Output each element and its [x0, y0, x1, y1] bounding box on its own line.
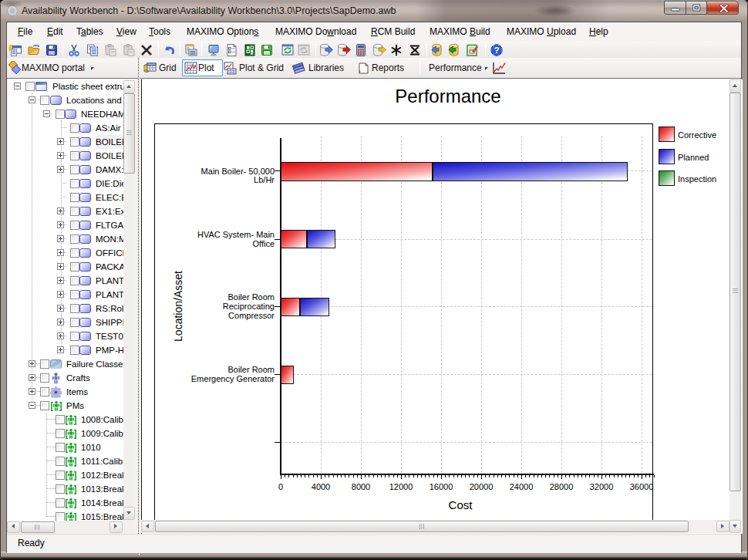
- svg-text:?: ?: [494, 46, 499, 55]
